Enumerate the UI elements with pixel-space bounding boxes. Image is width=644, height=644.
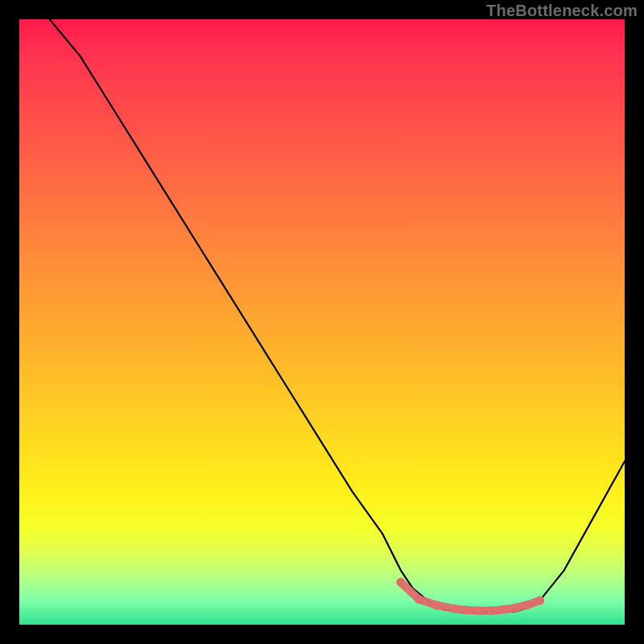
estimate-marker-dot <box>475 606 484 615</box>
estimate-marker-dot <box>451 605 460 613</box>
estimate-marker-dot <box>432 601 441 609</box>
bottleneck-curve <box>50 19 625 613</box>
estimate-marker-dot <box>396 578 405 587</box>
estimate-marker-dot <box>523 601 532 609</box>
estimate-marker-dot <box>535 596 544 605</box>
chart-container: TheBottleneck.com <box>0 0 644 644</box>
estimate-marker-dot <box>499 605 508 614</box>
plot-area <box>19 19 625 625</box>
attribution-text: TheBottleneck.com <box>486 2 638 20</box>
estimate-markers <box>396 578 544 615</box>
estimate-marker-dot <box>511 603 520 612</box>
curve-svg <box>19 19 625 625</box>
estimate-marker-dot <box>463 605 472 614</box>
estimate-marker-dot <box>487 606 496 615</box>
estimate-marker-dot <box>415 595 423 604</box>
